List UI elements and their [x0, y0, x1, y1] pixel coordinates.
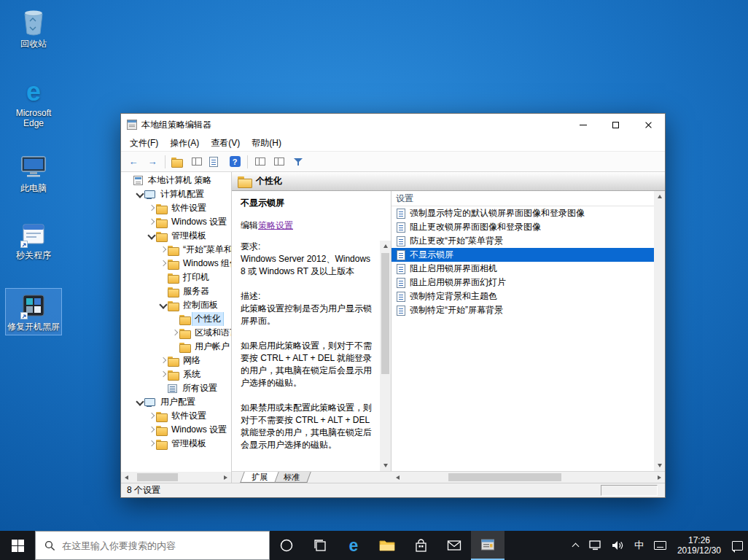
setting-row[interactable]: 强制显示特定的默认锁屏界面图像和登录图像	[391, 206, 654, 220]
desktop-icon-edge[interactable]: e Microsoft Edge	[6, 75, 61, 131]
filter-button[interactable]	[289, 154, 307, 170]
tree-item-network[interactable]: 网络	[121, 354, 231, 368]
gpedit-taskbar-button[interactable]	[471, 531, 504, 560]
tree-item-personalization[interactable]: 个性化	[121, 312, 231, 326]
menu-view[interactable]: 查看(V)	[205, 136, 246, 151]
scroll-right-button[interactable]	[654, 472, 665, 483]
tree-item-software-settings[interactable]: 软件设置	[121, 201, 231, 215]
file-explorer-button[interactable]	[370, 531, 404, 560]
tree-item-start-menu-taskbar[interactable]: “开始”菜单和任务栏	[121, 243, 231, 257]
chevron-right-icon[interactable]	[170, 328, 179, 338]
scroll-left-button[interactable]	[392, 472, 403, 483]
cortana-button[interactable]	[270, 531, 303, 560]
scroll-right-button[interactable]	[220, 472, 231, 483]
chevron-right-icon[interactable]	[147, 439, 156, 448]
scroll-thumb[interactable]	[137, 473, 178, 481]
back-button[interactable]: ←	[125, 154, 142, 170]
scroll-track[interactable]	[132, 472, 220, 483]
chevron-down-icon[interactable]	[158, 300, 168, 310]
desktop-icon-this-pc[interactable]: 此电脑	[6, 150, 61, 196]
setting-row[interactable]: 阻止启用锁屏界面相机	[391, 262, 654, 276]
chevron-right-icon[interactable]	[158, 370, 168, 379]
tree-item-user-accounts[interactable]: 用户帐户	[121, 340, 231, 354]
setting-row[interactable]: 阻止启用锁屏界面幻灯片	[391, 276, 654, 289]
help-button[interactable]: ?	[226, 154, 244, 170]
tree-horizontal-scrollbar[interactable]	[121, 472, 231, 483]
settings-column-header[interactable]: 设置	[391, 191, 654, 206]
chevron-right-icon[interactable]	[158, 356, 168, 365]
chevron-right-icon[interactable]	[147, 425, 156, 435]
action-center-button[interactable]	[727, 531, 748, 560]
scroll-left-button[interactable]	[121, 472, 132, 483]
tree-item-administrative-templates[interactable]: 管理模板	[121, 229, 231, 243]
tray-overflow-button[interactable]	[568, 531, 584, 560]
show-extended-button[interactable]	[270, 154, 288, 170]
up-one-level-button[interactable]	[169, 154, 187, 170]
scroll-thumb[interactable]	[448, 473, 561, 481]
show-console-tree-button[interactable]	[188, 154, 206, 170]
tree-item-server[interactable]: 服务器	[121, 284, 231, 298]
taskbar-search[interactable]	[35, 531, 270, 560]
store-button[interactable]	[404, 531, 437, 560]
setting-row-selected[interactable]: 不显示锁屏	[391, 248, 654, 262]
menu-file[interactable]: 文件(F)	[124, 136, 164, 151]
list-vertical-scrollbar[interactable]	[654, 191, 665, 471]
tree-item-windows-settings-user[interactable]: Windows 设置	[121, 423, 231, 437]
menu-action[interactable]: 操作(A)	[164, 136, 205, 151]
chevron-right-icon[interactable]	[147, 217, 156, 227]
setting-row[interactable]: 阻止更改锁屏界面图像和登录图像	[391, 220, 654, 234]
chevron-right-icon[interactable]	[158, 245, 168, 254]
volume-tray-button[interactable]	[607, 531, 629, 560]
title-bar[interactable]: 本地组策略编辑器	[121, 114, 665, 136]
taskbar-clock[interactable]: 17:26 2019/12/30	[671, 531, 727, 560]
setting-row[interactable]: 强制特定“开始”屏幕背景	[391, 303, 654, 317]
desktop-icon-shortcut-2[interactable]: 修复开机黑屏	[6, 289, 61, 335]
scroll-track[interactable]	[654, 202, 665, 460]
tree-item-all-settings[interactable]: 所有设置	[121, 381, 231, 395]
scroll-thumb[interactable]	[381, 253, 389, 374]
start-button[interactable]	[0, 531, 35, 560]
tab-extended[interactable]: 扩展	[240, 472, 278, 483]
desktop-icon-recycle-bin[interactable]: 回收站	[6, 6, 61, 52]
tree-item-region-language[interactable]: 区域和语言	[121, 326, 231, 340]
task-view-button[interactable]	[303, 531, 337, 560]
touch-keyboard-button[interactable]	[649, 531, 671, 560]
mail-button[interactable]	[437, 531, 471, 560]
edit-policy-setting-link[interactable]: 策略设置	[258, 220, 293, 230]
tree-item-printers[interactable]: 打印机	[121, 271, 231, 284]
tree-item-software-settings-user[interactable]: 软件设置	[121, 409, 231, 423]
scroll-track[interactable]	[403, 472, 654, 483]
scroll-up-button[interactable]	[380, 241, 391, 252]
chevron-right-icon[interactable]	[158, 259, 168, 268]
edge-taskbar-button[interactable]: e	[337, 531, 370, 560]
tree-item-system[interactable]: 系统	[121, 368, 231, 381]
show-properties-button[interactable]	[252, 154, 269, 170]
list-horizontal-scrollbar[interactable]	[392, 472, 665, 483]
desktop-icon-shortcut-1[interactable]: 秒关程序	[6, 217, 61, 263]
tree-item-user-configuration[interactable]: 用户配置	[121, 395, 231, 409]
menu-help[interactable]: 帮助(H)	[246, 136, 287, 151]
tree-item-control-panel[interactable]: 控制面板	[121, 298, 231, 312]
close-button[interactable]	[632, 114, 665, 136]
export-list-button[interactable]	[207, 154, 225, 170]
tree-item-computer-configuration[interactable]: 计算机配置	[121, 187, 231, 201]
scroll-up-button[interactable]	[654, 191, 665, 202]
setting-row[interactable]: 强制特定背景和主题色	[391, 289, 654, 303]
chevron-down-icon[interactable]	[135, 397, 144, 407]
search-input[interactable]	[62, 540, 244, 551]
description-vertical-scrollbar[interactable]	[380, 241, 391, 471]
tree-item-windows-components[interactable]: Windows 组件	[121, 257, 231, 271]
maximize-button[interactable]	[599, 114, 632, 136]
scroll-down-button[interactable]	[380, 460, 391, 471]
ime-indicator[interactable]: 中	[629, 531, 649, 560]
network-tray-button[interactable]	[584, 531, 607, 560]
scroll-track[interactable]	[380, 252, 391, 460]
tree-item-windows-settings[interactable]: Windows 设置	[121, 215, 231, 229]
scroll-down-button[interactable]	[654, 460, 665, 471]
minimize-button[interactable]	[566, 114, 599, 136]
tree-item-local-computer-policy[interactable]: 本地计算机 策略	[121, 174, 231, 187]
forward-button[interactable]: →	[144, 154, 161, 170]
chevron-right-icon[interactable]	[147, 411, 156, 421]
setting-row[interactable]: 防止更改“开始”菜单背景	[391, 234, 654, 248]
chevron-right-icon[interactable]	[147, 203, 156, 213]
